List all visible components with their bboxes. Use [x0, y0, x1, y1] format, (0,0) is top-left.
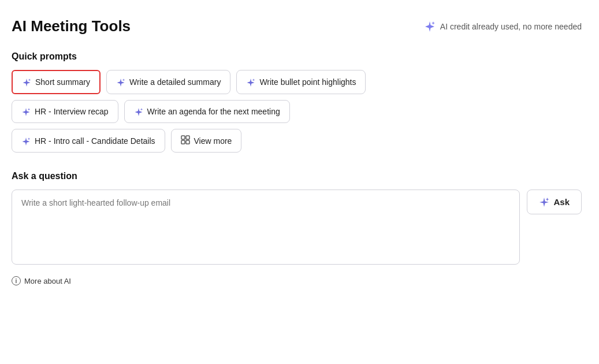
grid-icon: [181, 135, 190, 146]
sparkle-icon: [539, 196, 549, 207]
prompt-btn-hr-interview[interactable]: HR - Interview recap: [12, 100, 118, 123]
prompt-row-2: HR - Interview recap Write an agenda for…: [12, 100, 582, 123]
ai-credit-text: AI credit already used, no more needed: [440, 22, 582, 31]
prompt-label: HR - Interview recap: [35, 107, 109, 116]
sparkle-icon: [246, 77, 255, 87]
sparkle-icon: [116, 77, 125, 87]
prompt-label: Write an agenda for the next meeting: [147, 107, 280, 116]
sparkle-icon: [21, 106, 31, 117]
view-more-label: View more: [194, 136, 232, 146]
info-icon: i: [12, 276, 21, 285]
prompt-label: HR - Intro call - Candidate Details: [35, 136, 155, 146]
svg-rect-1: [186, 136, 189, 139]
view-more-button[interactable]: View more: [171, 129, 242, 153]
sparkle-icon: [134, 106, 143, 117]
prompt-btn-agenda-next[interactable]: Write an agenda for the next meeting: [124, 100, 290, 123]
ask-button[interactable]: Ask: [527, 190, 582, 214]
prompt-btn-bullet-highlights[interactable]: Write bullet point highlights: [236, 70, 366, 94]
prompt-label: Short summary: [35, 77, 90, 87]
svg-rect-0: [181, 136, 185, 139]
ai-credit-badge: AI credit already used, no more needed: [423, 20, 582, 34]
more-about-ai-link[interactable]: i More about AI: [12, 276, 582, 285]
svg-rect-2: [181, 140, 185, 144]
more-about-ai-label: More about AI: [24, 277, 71, 285]
ask-row: Ask: [12, 190, 582, 265]
ask-textarea[interactable]: [12, 190, 520, 265]
prompt-btn-hr-intro[interactable]: HR - Intro call - Candidate Details: [12, 129, 165, 153]
quick-prompts-title: Quick prompts: [12, 51, 582, 62]
header-row: AI Meeting Tools AI credit already used,…: [12, 17, 582, 35]
prompt-label: Write bullet point highlights: [259, 77, 356, 87]
sparkle-icon: [21, 136, 31, 146]
prompt-btn-detailed-summary[interactable]: Write a detailed summary: [106, 70, 230, 94]
prompt-btn-short-summary[interactable]: Short summary: [12, 70, 101, 94]
page-title: AI Meeting Tools: [12, 17, 131, 35]
sparkle-icon: [423, 20, 436, 34]
ask-section-title: Ask a question: [12, 171, 582, 181]
svg-rect-3: [186, 140, 189, 144]
prompt-label: Write a detailed summary: [129, 77, 221, 87]
quick-prompts-section: Quick prompts Short summary Write a deta…: [12, 51, 582, 153]
ask-button-label: Ask: [553, 197, 570, 207]
ask-section: Ask a question Ask: [12, 171, 582, 265]
prompt-row-1: Short summary Write a detailed summary W…: [12, 70, 582, 94]
sparkle-icon: [22, 77, 31, 87]
prompt-row-3: HR - Intro call - Candidate Details View…: [12, 129, 582, 153]
